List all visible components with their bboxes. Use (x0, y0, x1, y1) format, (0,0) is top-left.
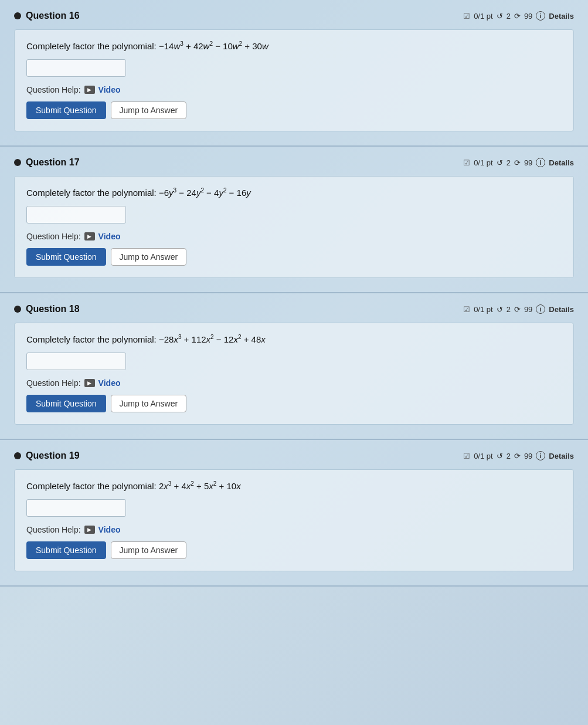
check-icon-17: ☑ (463, 158, 470, 167)
question-18-help: Question Help: ▶ Video (26, 378, 562, 388)
submit-icon-17: ⟳ (514, 158, 521, 167)
question-19-retries: 2 (507, 452, 511, 460)
question-18-retries: 2 (507, 305, 511, 314)
question-19-details-link[interactable]: Details (549, 452, 574, 460)
question-16-bullet (14, 12, 21, 19)
question-16-retries: 2 (507, 12, 511, 21)
question-19-block: Question 19 ☑ 0/1 pt ↺ 2 ⟳ 99 i Details … (0, 440, 588, 587)
question-18-block: Question 18 ☑ 0/1 pt ↺ 2 ⟳ 99 i Details … (0, 293, 588, 440)
question-18-number: Question 18 (26, 304, 80, 314)
question-17-retries: 2 (507, 158, 511, 167)
question-19-meta: ☑ 0/1 pt ↺ 2 ⟳ 99 i Details (463, 451, 574, 460)
question-16-meta: ☑ 0/1 pt ↺ 2 ⟳ 99 i Details (463, 11, 574, 21)
info-icon-18: i (536, 304, 545, 314)
question-17-score: 0/1 pt (474, 158, 493, 167)
question-18-meta: ☑ 0/1 pt ↺ 2 ⟳ 99 i Details (463, 304, 574, 314)
question-17-help-label: Question Help: (26, 232, 81, 241)
question-19-header: Question 19 ☑ 0/1 pt ↺ 2 ⟳ 99 i Details (14, 450, 574, 461)
question-18-submit-button[interactable]: Submit Question (26, 395, 106, 412)
question-16-polynomial: −14w3 + 42w2 − 10w2 + 30w (159, 41, 268, 51)
question-16-jump-button[interactable]: Jump to Answer (111, 101, 187, 119)
question-16-body: Completely factor the polynomial: −14w3 … (14, 29, 574, 131)
info-icon-19: i (536, 451, 545, 460)
question-16-header: Question 16 ☑ 0/1 pt ↺ 2 ⟳ 99 i Details (14, 11, 574, 21)
question-18-prefix: Completely factor the polynomial: (26, 334, 159, 344)
question-19-video-link[interactable]: Video (98, 525, 121, 534)
question-16-answer-input[interactable] (26, 59, 126, 77)
question-17-text: Completely factor the polynomial: −6y3 −… (26, 187, 562, 198)
question-19-body: Completely factor the polynomial: 2x3 + … (14, 469, 574, 571)
question-18-details-link[interactable]: Details (549, 305, 574, 314)
question-18-header: Question 18 ☑ 0/1 pt ↺ 2 ⟳ 99 i Details (14, 304, 574, 314)
question-18-body: Completely factor the polynomial: −28x3 … (14, 323, 574, 425)
question-19-submit-button[interactable]: Submit Question (26, 541, 106, 559)
question-18-title: Question 18 (14, 304, 80, 314)
question-17-prefix: Completely factor the polynomial: (26, 188, 159, 198)
question-17-bullet (14, 159, 21, 166)
question-19-bullet (14, 452, 21, 459)
question-17-help: Question Help: ▶ Video (26, 232, 562, 241)
question-19-buttons: Submit Question Jump to Answer (26, 541, 562, 559)
question-19-score: 0/1 pt (474, 452, 493, 460)
question-17-polynomial: −6y3 − 24y2 − 4y2 − 16y (159, 188, 251, 198)
question-16-number: Question 16 (26, 11, 80, 21)
question-17-block: Question 17 ☑ 0/1 pt ↺ 2 ⟳ 99 i Details … (0, 147, 588, 293)
question-18-video-link[interactable]: Video (98, 378, 121, 388)
question-18-score: 0/1 pt (474, 305, 493, 314)
submit-icon: ⟳ (514, 12, 521, 21)
question-17-details-link[interactable]: Details (549, 158, 574, 167)
question-17-answer-input[interactable] (26, 206, 126, 223)
question-16-block: Question 16 ☑ 0/1 pt ↺ 2 ⟳ 99 i Details … (0, 0, 588, 147)
question-18-jump-button[interactable]: Jump to Answer (111, 395, 187, 412)
question-18-text: Completely factor the polynomial: −28x3 … (26, 334, 562, 344)
submit-icon-18: ⟳ (514, 305, 521, 314)
check-icon: ☑ (463, 12, 470, 21)
question-16-details-link[interactable]: Details (549, 12, 574, 21)
question-16-text: Completely factor the polynomial: −14w3 … (26, 40, 562, 51)
question-16-help: Question Help: ▶ Video (26, 85, 562, 94)
question-16-help-label: Question Help: (26, 85, 81, 94)
question-18-answer-input[interactable] (26, 353, 126, 370)
question-17-submissions: 99 (524, 158, 532, 167)
retry-icon-17: ↺ (497, 158, 503, 167)
retry-icon-18: ↺ (497, 305, 503, 314)
question-16-buttons: Submit Question Jump to Answer (26, 101, 562, 119)
info-icon-17: i (536, 158, 545, 167)
question-19-help: Question Help: ▶ Video (26, 525, 562, 534)
question-17-title: Question 17 (14, 157, 80, 168)
info-icon: i (536, 11, 545, 21)
check-icon-19: ☑ (463, 452, 470, 460)
question-16-submit-button[interactable]: Submit Question (26, 101, 106, 119)
retry-icon: ↺ (497, 12, 503, 21)
video-icon-16: ▶ (84, 86, 95, 94)
question-18-buttons: Submit Question Jump to Answer (26, 395, 562, 412)
question-17-submit-button[interactable]: Submit Question (26, 248, 106, 266)
question-19-title: Question 19 (14, 450, 80, 461)
question-16-prefix: Completely factor the polynomial: (26, 41, 159, 51)
question-17-buttons: Submit Question Jump to Answer (26, 248, 562, 266)
question-19-answer-input[interactable] (26, 499, 126, 517)
question-16-video-link[interactable]: Video (98, 85, 121, 94)
question-17-number: Question 17 (26, 157, 80, 168)
question-17-jump-button[interactable]: Jump to Answer (111, 248, 187, 266)
question-19-jump-button[interactable]: Jump to Answer (111, 541, 187, 559)
question-19-number: Question 19 (26, 450, 80, 461)
question-18-submissions: 99 (524, 305, 532, 314)
question-17-meta: ☑ 0/1 pt ↺ 2 ⟳ 99 i Details (463, 158, 574, 167)
question-16-score: 0/1 pt (474, 12, 493, 21)
question-19-help-label: Question Help: (26, 525, 81, 534)
question-17-video-link[interactable]: Video (98, 232, 121, 241)
question-18-polynomial: −28x3 + 112x2 − 12x2 + 48x (159, 334, 266, 344)
question-18-bullet (14, 306, 21, 313)
video-icon-18: ▶ (84, 379, 95, 387)
check-icon-18: ☑ (463, 305, 470, 314)
question-17-body: Completely factor the polynomial: −6y3 −… (14, 176, 574, 278)
video-icon-19: ▶ (84, 526, 95, 534)
question-16-submissions: 99 (524, 12, 532, 21)
question-18-help-label: Question Help: (26, 378, 81, 388)
question-17-header: Question 17 ☑ 0/1 pt ↺ 2 ⟳ 99 i Details (14, 157, 574, 168)
question-16-title: Question 16 (14, 11, 80, 21)
question-19-text: Completely factor the polynomial: 2x3 + … (26, 480, 562, 491)
submit-icon-19: ⟳ (514, 452, 521, 460)
video-icon-17: ▶ (84, 232, 95, 240)
